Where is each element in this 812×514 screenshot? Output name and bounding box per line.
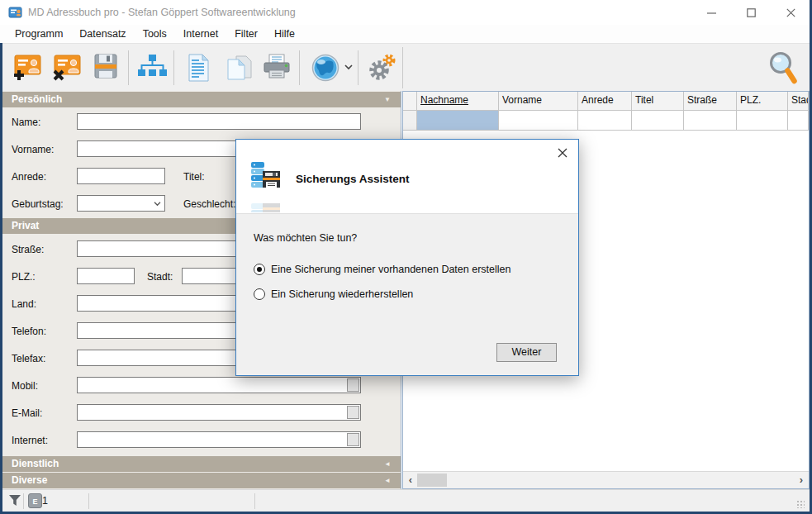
scroll-right-icon[interactable]: ›	[795, 474, 808, 487]
org-tree-button[interactable]	[137, 53, 167, 81]
mobil-action-button[interactable]	[347, 378, 359, 392]
email-field[interactable]	[77, 404, 361, 421]
land-label: Land:	[12, 298, 36, 310]
anrede-label: Anrede:	[12, 171, 46, 183]
record-badge-icon: E	[28, 493, 42, 508]
strasse-label: Straße:	[12, 244, 44, 255]
collapse-down-icon: ▼	[384, 97, 391, 103]
weiter-button[interactable]: Weiter	[496, 343, 557, 362]
menu-tools[interactable]: Tools	[135, 26, 175, 42]
section-diverse-label: Diverse	[12, 474, 47, 486]
geschlecht-label: Geschlecht:	[183, 198, 235, 210]
cell-vorname[interactable]	[499, 111, 578, 131]
menu-filter[interactable]: Filter	[226, 26, 266, 42]
mobil-field[interactable]	[77, 377, 361, 393]
toolbar-separator	[358, 50, 359, 85]
menu-internet[interactable]: Internet	[175, 26, 226, 42]
add-record-button[interactable]	[12, 53, 42, 81]
report-document-button[interactable]	[186, 53, 211, 83]
column-header-strasse[interactable]: Straße	[684, 92, 737, 111]
cell-plz[interactable]	[737, 111, 788, 131]
anrede-field[interactable]	[77, 168, 165, 184]
table-header-row: Nachname Vorname Anrede Titel Straße PLZ…	[403, 92, 809, 111]
search-button[interactable]	[767, 50, 800, 87]
plz-field[interactable]	[77, 268, 135, 284]
geburtstag-label: Geburtstag:	[12, 198, 64, 210]
row-selector-cell[interactable]	[403, 111, 417, 131]
maximize-button[interactable]	[733, 0, 769, 25]
stadt-label: Stadt:	[147, 271, 173, 283]
section-persoenlich[interactable]: Persönlich ▼	[2, 92, 401, 107]
scrollbar-thumb[interactable]	[417, 474, 447, 487]
window-close-button[interactable]	[772, 0, 809, 25]
radio-create-backup[interactable]: Eine Sicherung meiner vorhandenen Daten …	[254, 264, 510, 275]
toolbar-separator	[173, 50, 174, 85]
menu-programm[interactable]: Programm	[7, 26, 71, 42]
geburtstag-select[interactable]	[77, 195, 165, 212]
row-selector-header[interactable]	[403, 92, 417, 111]
window-title: MD Adressbuch pro - Stefan Göppert Softw…	[28, 7, 296, 18]
column-header-vorname[interactable]: Vorname	[499, 92, 578, 111]
app-window: MD Adressbuch pro - Stefan Göppert Softw…	[0, 0, 812, 514]
resize-grip[interactable]	[796, 500, 805, 508]
internet-label: Internet:	[12, 435, 48, 446]
menu-datensatz[interactable]: Datensatz	[71, 26, 134, 42]
maximize-icon	[747, 8, 756, 17]
cell-stadt[interactable]	[788, 111, 809, 131]
column-header-anrede[interactable]: Anrede	[578, 92, 632, 111]
toolbar-separator	[402, 47, 403, 88]
minimize-button[interactable]	[693, 0, 729, 25]
cell-titel[interactable]	[632, 111, 684, 131]
scroll-left-icon[interactable]: ‹	[404, 474, 417, 487]
dialog-close-button[interactable]	[555, 145, 570, 160]
save-button[interactable]	[93, 53, 119, 79]
collapse-left-icon: ◄	[384, 478, 391, 484]
section-dienstlich[interactable]: Dienstlich ◄	[2, 456, 401, 472]
web-globe-button[interactable]	[311, 53, 340, 83]
table-row[interactable]	[403, 111, 809, 131]
cell-nachname-selected[interactable]	[417, 111, 499, 131]
radio-selected-icon[interactable]	[254, 264, 265, 275]
globe-dropdown-caret[interactable]	[344, 64, 353, 70]
cell-anrede[interactable]	[578, 111, 632, 131]
horizontal-scrollbar[interactable]: ‹ ›	[403, 471, 809, 488]
record-count: 1	[42, 495, 48, 507]
radio-restore-backup-label: Ein Sicherung wiederherstellen	[271, 288, 413, 300]
column-header-plz[interactable]: PLZ.	[737, 92, 788, 111]
plz-label: PLZ.:	[12, 271, 36, 283]
column-header-titel[interactable]: Titel	[632, 92, 684, 111]
section-diverse[interactable]: Diverse ◄	[2, 473, 401, 488]
internet-action-button[interactable]	[347, 433, 359, 446]
toolbar-separator	[299, 50, 300, 85]
name-field[interactable]	[77, 113, 361, 130]
telefax-label: Telefax:	[12, 353, 45, 364]
toolbar: Suche: Datenfeld: Name	[0, 43, 812, 91]
section-privat-label: Privat	[12, 220, 39, 231]
dialog-title: Sicherungs Assistent	[296, 173, 410, 185]
dialog-question: Was möchten Sie tun?	[254, 232, 357, 244]
title-bar: MD Adressbuch pro - Stefan Göppert Softw…	[0, 0, 812, 25]
print-button[interactable]	[261, 53, 292, 81]
radio-restore-backup[interactable]: Ein Sicherung wiederherstellen	[254, 288, 413, 300]
cell-strasse[interactable]	[684, 111, 737, 131]
delete-record-button[interactable]	[52, 53, 82, 81]
internet-field[interactable]	[77, 431, 361, 448]
window-close-icon	[786, 8, 795, 17]
statusbar-separator	[254, 493, 255, 509]
email-action-button[interactable]	[347, 406, 359, 419]
telefon-label: Telefon:	[12, 326, 46, 337]
radio-create-backup-label: Eine Sicherung meiner vorhandenen Daten …	[271, 264, 510, 275]
radio-unselected-icon[interactable]	[254, 288, 265, 300]
section-persoenlich-label: Persönlich	[12, 93, 62, 105]
app-logo-icon	[8, 5, 23, 20]
menu-hilfe[interactable]: Hilfe	[266, 26, 303, 42]
column-header-nachname[interactable]: Nachname	[417, 92, 499, 111]
copy-pages-button[interactable]	[225, 53, 254, 83]
statusbar-separator	[23, 493, 24, 509]
statusbar-separator	[88, 493, 89, 509]
records-table: Nachname Vorname Anrede Titel Straße PLZ…	[403, 92, 809, 131]
column-header-stadt[interactable]: Stadt	[788, 92, 809, 111]
svg-text:E: E	[32, 497, 37, 506]
backup-drive-icon	[249, 161, 283, 193]
settings-gears-button[interactable]	[368, 53, 397, 83]
